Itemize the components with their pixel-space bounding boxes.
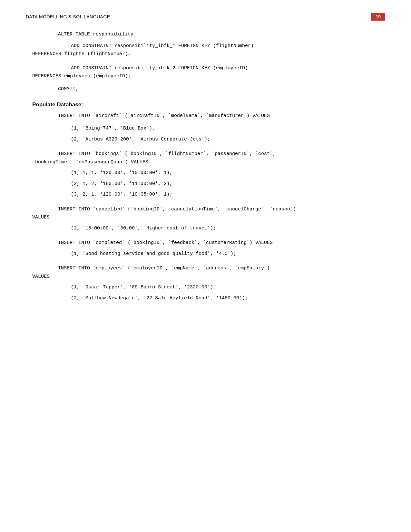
- cancelled-val1: (2, '18:00:00', '30.00', 'Higher cost of…: [32, 224, 379, 233]
- employees-val1: (1, 'Oscar Tepper', '89 Buoro Street', '…: [32, 283, 379, 292]
- header-title: DATA MODELLING & SQL LANGUAGE: [26, 14, 110, 19]
- insert-bookings-line1: INSERT INTO `bookings` (`bookingID`, `fl…: [32, 150, 379, 158]
- insert-bookings-line2: `bookingTime`, `coPassengerQuan`) VALUES: [32, 158, 379, 167]
- constraint1-line1: ADD CONSTRAINT responsibility_ibfk_1 FOR…: [32, 42, 379, 50]
- alter-table-line: ALTER TABLE responsibility: [32, 30, 379, 39]
- content-area: ALTER TABLE responsibility ADD CONSTRAIN…: [26, 30, 385, 302]
- constraint2-line2: REFERENCES employees (employeeID);: [32, 72, 379, 81]
- insert-employees-line2: VALUES: [32, 273, 379, 281]
- insert-bookings-block: INSERT INTO `bookings` (`bookingID`, `fl…: [32, 150, 379, 166]
- page-number: 19: [371, 13, 385, 21]
- bookings-val3: (3, 2, 1, '120.00', '10:05:00', 1);: [32, 190, 379, 199]
- alter-table-text: ALTER TABLE responsibility: [58, 32, 133, 37]
- insert-aircraft-block: INSERT INTO `aircraft` (`aircraftID`, `m…: [32, 112, 379, 120]
- insert-employees-line1: INSERT INTO `employees` (`employeeID`, `…: [32, 264, 379, 273]
- insert-employees-block: INSERT INTO `employees` (`employeeID`, `…: [32, 264, 379, 281]
- insert-cancelled-line1: INSERT INTO `cancelled` (`bookingID`, `c…: [32, 205, 379, 214]
- commit-line: COMMIT;: [32, 86, 379, 92]
- constraint-1-block: ADD CONSTRAINT responsibility_ibfk_1 FOR…: [32, 42, 379, 58]
- page: DATA MODELLING & SQL LANGUAGE 19 ALTER T…: [0, 0, 411, 532]
- aircraft-val1: (1, 'Boing 747', 'Blue Box'),: [32, 124, 379, 133]
- insert-aircraft-line1: INSERT INTO `aircraft` (`aircraftID`, `m…: [32, 112, 379, 120]
- insert-cancelled-line2: VALUES: [32, 213, 379, 222]
- insert-completed-block: INSERT INTO `completed` (`bookingID`, `f…: [32, 239, 379, 247]
- constraint2-line1: ADD CONSTRAINT responsibility_ibfk_2 FOR…: [32, 64, 379, 73]
- constraint-2-block: ADD CONSTRAINT responsibility_ibfk_2 FOR…: [32, 64, 379, 81]
- bookings-val2: (2, 1, 2, '180.00', '11:00:00', 2),: [32, 180, 379, 188]
- constraint1-line2: REFERENCES flights (flightNumber),: [32, 50, 379, 58]
- section-populate-title: Populate Database:: [32, 102, 379, 108]
- bookings-val1: (1, 1, 1, '120.00', '10:00:00', 1),: [32, 169, 379, 177]
- aircraft-val2: (2, 'Airbus A320-200', 'Airbus Corporate…: [32, 135, 379, 144]
- header: DATA MODELLING & SQL LANGUAGE 19: [26, 13, 385, 21]
- insert-completed-line1: INSERT INTO `completed` (`bookingID`, `f…: [32, 239, 379, 247]
- completed-val1: (1, 'Good hosting service and good quali…: [32, 250, 379, 258]
- employees-val2: (2, 'Matthew Newdegate', '22 Sale-Heyfie…: [32, 294, 379, 303]
- insert-cancelled-block: INSERT INTO `cancelled` (`bookingID`, `c…: [32, 205, 379, 222]
